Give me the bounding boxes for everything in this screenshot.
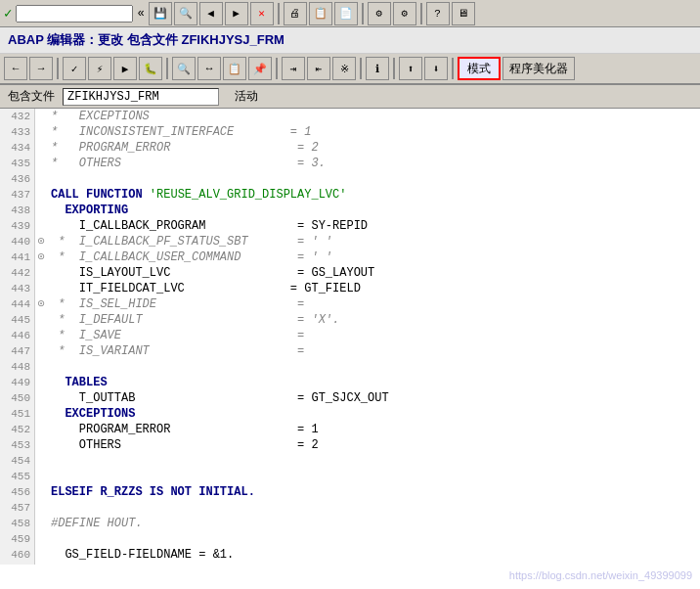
copy3-btn[interactable]: 📋 (223, 57, 246, 80)
line-number: 436 (0, 171, 35, 187)
line-content (47, 500, 51, 516)
back-btn[interactable]: ← (4, 57, 27, 80)
save-btn[interactable]: 💾 (149, 2, 172, 25)
line-marker (35, 531, 47, 547)
comment-btn[interactable]: ※ (332, 57, 356, 80)
nav2-btn[interactable]: ▶ (225, 2, 248, 25)
beautify-button[interactable]: 程序美化器 (503, 57, 575, 80)
find2-btn[interactable]: 🔍 (172, 57, 196, 80)
line-content: I_CALLBACK_PROGRAM = SY-REPID (47, 218, 368, 234)
download-btn[interactable]: ⬇ (424, 57, 448, 80)
activate-btn[interactable]: ⚡ (88, 57, 111, 80)
line-number: 455 (0, 469, 35, 484)
info-btn[interactable]: ℹ (366, 57, 389, 80)
line-number: 443 (0, 281, 35, 296)
main-toolbar: ← → ✓ ⚡ ▶ 🐛 🔍 ↔ 📋 📌 ⇥ ⇤ ※ ℹ ⬆ ⬇ 模式 程序美化器 (0, 54, 700, 85)
line-content: * EXCEPTIONS (47, 109, 150, 124)
line-number: 440 (0, 234, 35, 249)
line-marker (35, 124, 47, 140)
upload-btn[interactable]: ⬆ (399, 57, 422, 80)
table-row: 459 (0, 531, 700, 547)
line-content (47, 359, 51, 375)
table-row: 446 * I_SAVE = (0, 328, 700, 343)
line-marker (35, 484, 47, 500)
custom-btn1[interactable]: ⚙ (368, 2, 391, 25)
debug-btn[interactable]: 🐛 (139, 57, 162, 80)
replace-btn[interactable]: ↔ (197, 57, 221, 80)
table-row: 443 IT_FIELDCAT_LVC = GT_FIELD (0, 281, 700, 296)
line-marker: ⊙ (35, 296, 47, 312)
mode-button[interactable]: 模式 (458, 57, 501, 80)
table-row: 445 * I_DEFAULT = 'X'. (0, 312, 700, 328)
line-number: 452 (0, 422, 35, 437)
check-btn[interactable]: ✓ (63, 57, 86, 80)
line-marker (35, 187, 47, 203)
code-editor[interactable]: 432* EXCEPTIONS433* INCONSISTENT_INTERFA… (0, 109, 700, 565)
table-row: 455 (0, 469, 700, 484)
copy-btn[interactable]: 📋 (309, 2, 332, 25)
test-btn[interactable]: ▶ (113, 57, 137, 80)
status-icon: ✓ (4, 5, 12, 22)
sep5 (166, 58, 168, 79)
line-number: 434 (0, 140, 35, 156)
filename-input[interactable] (63, 88, 219, 106)
indent-btn[interactable]: ⇥ (282, 57, 305, 80)
line-marker (35, 469, 47, 484)
sep7 (360, 58, 362, 79)
line-marker (35, 281, 47, 296)
line-content: GS_FIELD-SCRTEXT_L = &2. (47, 563, 234, 565)
line-marker (35, 516, 47, 531)
help-btn[interactable]: ? (426, 2, 450, 25)
line-content: * IS_SEL_HIDE = (47, 296, 304, 312)
line-content: ELSEIF R_RZZS IS NOT INITIAL. (47, 484, 255, 500)
sep4 (57, 58, 59, 79)
sep6 (276, 58, 278, 79)
line-marker (35, 343, 47, 359)
line-content (47, 469, 51, 484)
table-row: 439 I_CALLBACK_PROGRAM = SY-REPID (0, 218, 700, 234)
command-input[interactable] (16, 5, 133, 23)
line-content: * I_SAVE = (47, 328, 304, 343)
line-number: 449 (0, 375, 35, 390)
copy2-btn[interactable]: 📄 (334, 2, 358, 25)
line-marker (35, 203, 47, 218)
table-row: 432* EXCEPTIONS (0, 109, 700, 124)
sep8 (393, 58, 395, 79)
line-number: 433 (0, 124, 35, 140)
line-number: 441 (0, 249, 35, 265)
line-number: 454 (0, 453, 35, 469)
sep1 (278, 3, 280, 24)
find-btn[interactable]: 🔍 (174, 2, 197, 25)
table-row: 441⊙ * I_CALLBACK_USER_COMMAND = ' ' (0, 249, 700, 265)
table-row: 450 T_OUTTAB = GT_SJCX_OUT (0, 390, 700, 406)
line-number: 460 (0, 547, 35, 563)
line-number: 451 (0, 406, 35, 422)
forward-btn[interactable]: → (29, 57, 53, 80)
table-row: 454 (0, 453, 700, 469)
line-marker (35, 265, 47, 281)
line-content: EXCEPTIONS (47, 406, 135, 422)
table-row: 437CALL FUNCTION 'REUSE_ALV_GRID_DISPLAY… (0, 187, 700, 203)
line-number: 439 (0, 218, 35, 234)
line-number: 438 (0, 203, 35, 218)
nav-btn[interactable]: ◀ (199, 2, 223, 25)
stop-btn[interactable]: ✕ (250, 2, 274, 25)
title-text: ABAP 编辑器：更改 包含文件 ZFIKHJYSJ_FRM (8, 32, 284, 47)
line-number: 459 (0, 531, 35, 547)
table-row: 460 GS_FIELD-FIELDNAME = &1. (0, 547, 700, 563)
print-btn[interactable]: 🖨 (284, 2, 307, 25)
table-row: 451 EXCEPTIONS (0, 406, 700, 422)
monitor-btn[interactable]: 🖥 (452, 2, 475, 25)
table-row: 449 TABLES (0, 375, 700, 390)
line-number: 444 (0, 296, 35, 312)
line-content: PROGRAM_ERROR = 1 (47, 422, 319, 437)
custom-btn2[interactable]: ⚙ (393, 2, 416, 25)
table-row: 444⊙ * IS_SEL_HIDE = (0, 296, 700, 312)
line-number: 437 (0, 187, 35, 203)
unindent-btn[interactable]: ⇤ (307, 57, 330, 80)
table-row: 448 (0, 359, 700, 375)
paste-btn[interactable]: 📌 (248, 57, 272, 80)
table-row: 461 GS_FIELD-SCRTEXT_L = &2. (0, 563, 700, 565)
line-content: * I_CALLBACK_USER_COMMAND = ' ' (47, 249, 332, 265)
status-label: 活动 (235, 88, 258, 105)
